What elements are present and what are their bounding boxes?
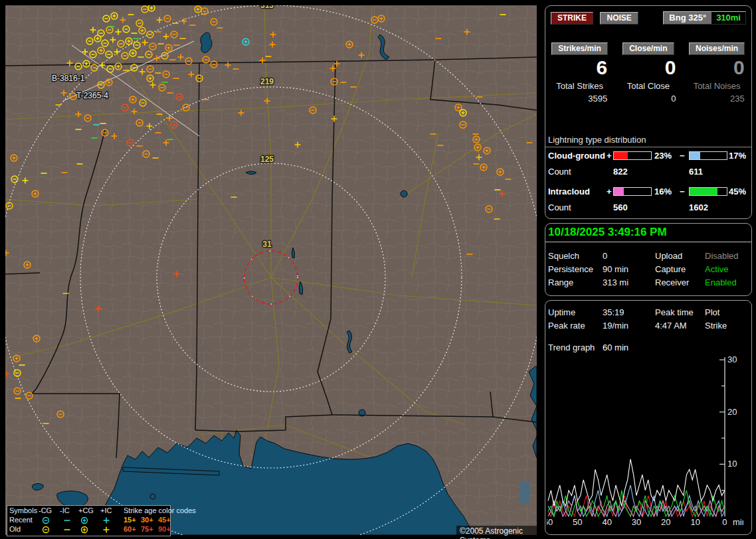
legend-row-label: Old (9, 525, 21, 533)
datetime-display: 10/18/2025 3:49:16 PM (545, 226, 751, 242)
noise-mode-button[interactable]: NOISE (600, 12, 638, 25)
status-cell: 90 min (603, 264, 628, 274)
distribution-row-1: Intracloud+16%−45% (545, 187, 751, 197)
svg-text:30: 30 (727, 354, 737, 364)
distribution-count-row-0: Count822611 (545, 167, 751, 177)
copyright-text: ©2005 Astrogenic Systems (456, 526, 537, 539)
trend-graph-label: Trend graph (548, 343, 595, 352)
ring-distance-label: 219 (260, 77, 274, 86)
svg-text:30: 30 (632, 517, 641, 527)
strike-mode-button[interactable]: STRIKE (551, 12, 593, 25)
status-cell: Enabled (705, 277, 737, 287)
stats-row-0: Uptime35:19Peak timePlot (545, 307, 751, 319)
status-cell: Disabled (705, 251, 739, 261)
legend-symbol-neg-cg (42, 516, 50, 524)
distribution-text: − (680, 187, 685, 196)
rate-label-button[interactable]: Strikes/min (551, 42, 608, 55)
stats-cell: 35:19 (603, 307, 624, 317)
stats-row-1: Peak rate19/min4:47 AMStrike (545, 321, 751, 333)
legend-symbol-pos-cg (80, 526, 89, 534)
stats-cell: 19/min (603, 321, 628, 331)
pos-percentage-bar (613, 151, 652, 160)
count-text: Count (548, 202, 571, 212)
count-text: Count (548, 167, 571, 177)
age-code-label: 90+ (158, 525, 171, 533)
distribution-text: + (607, 151, 612, 161)
legend-header: Strike age color codes (124, 506, 196, 514)
rate-label-button[interactable]: Noises/min (689, 42, 745, 55)
svg-text:60: 60 (547, 517, 553, 527)
neg-percentage-bar (689, 151, 727, 160)
stats-trend-panel: Uptime35:19Peak timePlotPeak rate19/min4… (545, 300, 752, 535)
status-cell: Upload (655, 251, 682, 261)
svg-text:0: 0 (722, 517, 727, 527)
symbol-legend: Symbols-CG-IC+CG+ICStrike age color code… (7, 505, 171, 536)
counter-column-0: Strikes/min6Total Strikes3595 (545, 42, 614, 104)
legend-symbol-pos-ic (102, 526, 111, 534)
status-cell: Active (705, 264, 728, 274)
age-code-label: 15+ (124, 516, 136, 524)
svg-text:10: 10 (727, 459, 737, 469)
legend-symbol-neg-ic (63, 526, 72, 534)
legend-symbol-neg-ic (63, 516, 72, 524)
total-value: 235 (682, 94, 751, 104)
age-code-label: 75+ (141, 525, 153, 533)
status-cell: 313 mi (603, 277, 628, 287)
svg-text:10: 10 (690, 517, 700, 527)
count-text: 611 (689, 167, 703, 177)
status-cell: Squelch (548, 251, 579, 261)
distribution-text: + (607, 187, 612, 196)
svg-text:20: 20 (661, 517, 670, 527)
svg-text:20: 20 (727, 407, 737, 417)
counter-column-2: Noises/min0Total Noises235 (682, 42, 751, 104)
trend-graph-value: 60 min (603, 343, 628, 352)
status-row-2: Range313 miReceiverEnabled (545, 277, 751, 289)
stats-cell: Strike (705, 321, 727, 331)
strike-counters-panel: STRIKE NOISE Bng 325° 310mi Strikes/min6… (545, 5, 752, 219)
map-canvas[interactable]: 31321912531B-3816-1T-2365-4 Symbols-CG-I… (5, 5, 537, 535)
ring-distance-label: 31 (262, 240, 272, 249)
svg-text:40: 40 (602, 517, 611, 527)
neg-percentage-bar (689, 187, 727, 196)
stats-cell: Uptime (548, 307, 575, 317)
lightning-map: 31321912531B-3816-1T-2365-4 (5, 5, 537, 535)
bearing-range: 310mi (711, 12, 745, 24)
legend-symbol-pos-cg (80, 516, 89, 524)
total-label: Total Strikes (545, 81, 614, 91)
rate-label-button[interactable]: Close/min (622, 42, 674, 55)
stats-cell: Peak time (655, 307, 694, 317)
status-cell: Receiver (655, 277, 689, 287)
legend-header: +CG (78, 506, 94, 514)
legend-row-label: Recent (9, 516, 33, 524)
swamp-area (520, 482, 529, 503)
stats-cell: 4:47 AM (655, 321, 687, 331)
trend-chart: 3020106050403020100min (547, 354, 743, 530)
trend-graph-row: Trend graph 60 min (545, 343, 751, 354)
rate-counters: Strikes/min6Total Strikes3595Close/min0T… (545, 42, 751, 104)
status-row-0: Squelch0UploadDisabled (545, 251, 751, 263)
distribution-text: Cloud-ground (548, 151, 605, 161)
lightning-distribution: Lightning type distribution Cloud-ground… (545, 135, 751, 147)
count-text: 1602 (689, 202, 708, 212)
distribution-row-0: Cloud-ground+23%−17% (545, 151, 751, 161)
total-value: 3595 (545, 94, 614, 104)
distribution-text: Intracloud (548, 187, 590, 196)
svg-text:50: 50 (573, 517, 582, 527)
total-label: Total Noises (682, 81, 751, 91)
status-row-1: Persistence90 minCaptureActive (545, 264, 751, 276)
legend-symbol-neg-cg (42, 526, 50, 534)
rate-value: 0 (682, 56, 751, 79)
stats-cell: Plot (705, 307, 719, 317)
distribution-text: − (680, 151, 685, 161)
storm-cell-label: T-2365-4 (76, 91, 108, 100)
nexstorm-window: 31321912531B-3816-1T-2365-4 Symbols-CG-I… (0, 0, 756, 539)
legend-header: Symbols (9, 506, 37, 514)
status-cell: Capture (655, 264, 686, 274)
ring-distance-label: 313 (260, 5, 274, 10)
age-code-label: 45+ (158, 516, 171, 524)
legend-header: -CG (39, 506, 52, 514)
legend-header: +IC (100, 506, 112, 514)
count-text: 560 (613, 202, 628, 212)
bearing-label: Bng 325° (664, 12, 711, 24)
age-code-label: 60+ (124, 525, 136, 533)
